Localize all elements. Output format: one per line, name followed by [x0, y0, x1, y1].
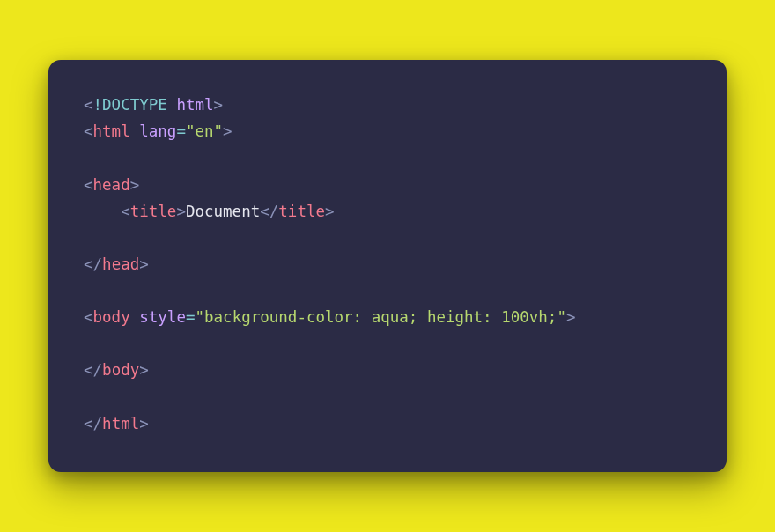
angle-close: >	[223, 122, 232, 140]
angle-close: >	[325, 203, 335, 220]
angle-close: >	[130, 176, 140, 194]
angle-close: >	[139, 255, 149, 273]
angle-open: <	[84, 96, 93, 114]
indent	[84, 203, 121, 220]
title-open-tag: title	[130, 203, 177, 220]
angle-close: >	[139, 361, 149, 379]
head-open-tag: head	[93, 176, 130, 194]
angle-open: <	[84, 361, 93, 379]
head-close-tag: head	[102, 255, 139, 273]
slash: /	[93, 415, 103, 432]
code-block: <!DOCTYPE html> <html lang="en"> <head> …	[48, 60, 727, 471]
angle-open: <	[84, 176, 93, 194]
equals: =	[186, 308, 196, 326]
slash: /	[269, 203, 279, 220]
angle-close: >	[214, 96, 224, 114]
style-value: "background-color: aqua; height: 100vh;"	[195, 308, 565, 326]
angle-close: >	[566, 308, 576, 326]
body-close-tag: body	[102, 361, 139, 379]
angle-open: <	[84, 122, 93, 140]
angle-open: <	[121, 203, 130, 220]
angle-open: <	[84, 308, 93, 326]
title-text: Document	[186, 203, 260, 220]
angle-open: <	[260, 203, 269, 220]
doctype-value: html	[176, 96, 213, 114]
equals: =	[176, 122, 186, 140]
doctype-keyword: !DOCTYPE	[93, 96, 167, 114]
lang-value: "en"	[186, 122, 223, 140]
html-close-tag: html	[102, 415, 139, 432]
lang-attr: lang	[139, 122, 176, 140]
angle-open: <	[84, 415, 93, 432]
html-open-tag: html	[93, 122, 130, 140]
slash: /	[93, 361, 103, 379]
angle-close: >	[139, 415, 149, 432]
title-close-tag: title	[278, 203, 325, 220]
body-open-tag: body	[93, 308, 130, 326]
angle-close: >	[176, 203, 186, 220]
style-attr: style	[139, 308, 186, 326]
code-content: <!DOCTYPE html> <html lang="en"> <head> …	[84, 92, 691, 436]
angle-open: <	[84, 255, 93, 273]
slash: /	[93, 255, 103, 273]
